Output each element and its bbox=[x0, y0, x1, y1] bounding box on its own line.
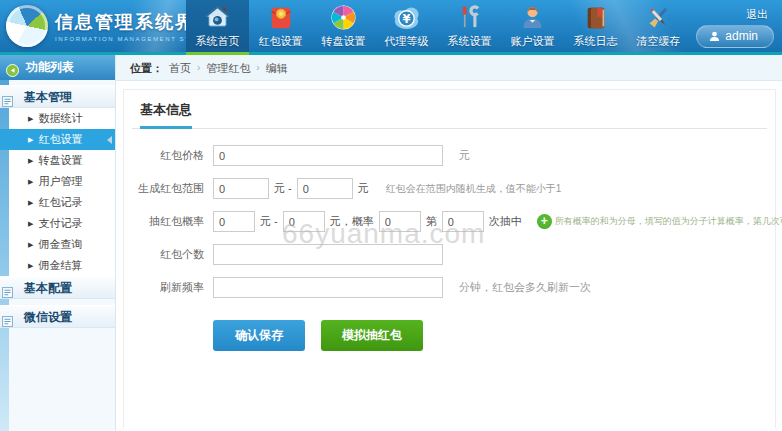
refresh-input[interactable] bbox=[213, 277, 443, 298]
breadcrumb-separator: › bbox=[256, 55, 259, 81]
sidebar-section-label: 基本配置 bbox=[24, 281, 72, 295]
range-sep2-label: 元 bbox=[358, 181, 369, 196]
nav-label: 清空缓存 bbox=[637, 34, 681, 49]
sidebar-item-user-management[interactable]: ▶用户管理 bbox=[9, 171, 115, 192]
logo-swirl-icon bbox=[6, 5, 48, 47]
probability-hint: 所有概率的和为分母，填写的值为分子计算概率，第几次可以不填 bbox=[555, 215, 782, 228]
price-label: 红包价格 bbox=[132, 148, 204, 163]
breadcrumb-home[interactable]: 首页 bbox=[169, 55, 191, 81]
form-row-refresh: 刷新频率 分钟，红包会多久刷新一次 bbox=[132, 277, 767, 298]
nav-item-agent-level[interactable]: ¥ 代理等级 bbox=[375, 0, 438, 55]
triangle-bullet-icon: ▶ bbox=[28, 241, 33, 248]
account-icon bbox=[519, 2, 546, 31]
nav-item-clear-cache[interactable]: 清空缓存 bbox=[627, 0, 690, 55]
sidebar-item-commission-query[interactable]: ▶佣金查询 bbox=[9, 234, 115, 255]
probability-sep2-label: 元，概率 bbox=[330, 214, 374, 229]
range-hint: 红包会在范围内随机生成，值不能小于1 bbox=[386, 182, 562, 196]
sidebar-item-label: 用户管理 bbox=[38, 175, 82, 187]
form-row-count: 红包个数 bbox=[132, 244, 767, 265]
breadcrumb-edit: 编辑 bbox=[266, 55, 288, 81]
breadcrumb: 位置： 首页 › 管理红包 › 编辑 bbox=[116, 55, 782, 81]
clear-cache-icon bbox=[645, 2, 672, 31]
nav-item-home[interactable]: 系统首页 bbox=[186, 0, 249, 55]
probability-min-input[interactable] bbox=[213, 211, 255, 232]
section-header: 基本信息 bbox=[132, 100, 767, 129]
probability-value-input[interactable] bbox=[379, 211, 421, 232]
logout-button[interactable]: 退出 bbox=[746, 7, 768, 22]
list-icon bbox=[2, 312, 13, 335]
breadcrumb-manage-redpacket[interactable]: 管理红包 bbox=[206, 55, 250, 81]
nav-label: 红包设置 bbox=[259, 34, 303, 49]
sidebar-item-payment-records[interactable]: ▶支付记录 bbox=[9, 213, 115, 234]
nav-item-account-settings[interactable]: 账户设置 bbox=[501, 0, 564, 55]
sidebar-item-label: 数据统计 bbox=[38, 112, 82, 124]
triangle-bullet-icon: ▶ bbox=[28, 136, 33, 143]
svg-text:¥: ¥ bbox=[402, 12, 410, 26]
form-actions: 确认保存 模拟抽红包 bbox=[213, 320, 767, 351]
sidebar-item-redpacket-settings[interactable]: ▶红包设置 bbox=[0, 129, 115, 150]
triangle-bullet-icon: ▶ bbox=[28, 157, 33, 164]
app-header: 信息管理系统界面 INFORMATION MANAGEMENT SYSTEM G… bbox=[0, 0, 782, 55]
form-row-probability: 抽红包概率 元 - 元，概率 第 次抽中 + 所有概率的和为分母，填写的值为分子… bbox=[132, 211, 767, 232]
price-input[interactable] bbox=[213, 145, 443, 166]
sidebar-item-commission-settlement[interactable]: ▶佣金结算 bbox=[9, 255, 115, 276]
probability-sep3-label: 第 bbox=[426, 214, 437, 229]
list-icon bbox=[2, 283, 13, 306]
simulate-draw-button[interactable]: 模拟抽红包 bbox=[321, 320, 423, 351]
nav-label: 系统首页 bbox=[196, 34, 240, 49]
save-button[interactable]: 确认保存 bbox=[213, 320, 305, 351]
triangle-bullet-icon: ▶ bbox=[28, 220, 33, 227]
count-input[interactable] bbox=[213, 244, 443, 265]
nav-item-wheel-settings[interactable]: 转盘设置 bbox=[312, 0, 375, 55]
triangle-bullet-icon: ▶ bbox=[28, 262, 33, 269]
redpacket-form: 红包价格 元 生成红包范围 元 - 元 红包会在范围内随机生成，值不能小于1 抽… bbox=[132, 145, 767, 351]
nav-item-system-log[interactable]: 系统日志 bbox=[564, 0, 627, 55]
sidebar-item-list: ▶数据统计 ▶红包设置 ▶转盘设置 ▶用户管理 ▶红包记录 ▶支付记录 ▶佣金查… bbox=[9, 108, 115, 276]
sidebar-item-wheel-settings[interactable]: ▶转盘设置 bbox=[9, 150, 115, 171]
sidebar-section-label: 基本管理 bbox=[24, 90, 72, 104]
sidebar-title: 功能列表 bbox=[26, 60, 74, 74]
admin-user-button[interactable]: admin bbox=[696, 25, 774, 48]
sidebar-item-label: 转盘设置 bbox=[38, 154, 82, 166]
main-content: 位置： 首页 › 管理红包 › 编辑 基本信息 红包价格 元 生成红包范围 元 … bbox=[115, 55, 782, 431]
system-tools-icon bbox=[456, 2, 483, 31]
nav-item-system-settings[interactable]: 系统设置 bbox=[438, 0, 501, 55]
form-row-price: 红包价格 元 bbox=[132, 145, 767, 166]
sidebar-section-basic-management[interactable]: 基本管理 bbox=[0, 85, 115, 108]
range-min-input[interactable] bbox=[213, 178, 269, 199]
range-max-input[interactable] bbox=[297, 178, 353, 199]
sidebar-item-label: 佣金结算 bbox=[38, 259, 82, 271]
sidebar-section-wechat-settings[interactable]: 微信设置 bbox=[0, 305, 115, 328]
sidebar-item-data-stats[interactable]: ▶数据统计 bbox=[9, 108, 115, 129]
probability-times-input[interactable] bbox=[442, 211, 484, 232]
sidebar-section-basic-config[interactable]: 基本配置 bbox=[0, 276, 115, 299]
nav-item-redpacket-settings[interactable]: 红包设置 bbox=[249, 0, 312, 55]
sidebar-item-label: 红包设置 bbox=[38, 133, 82, 145]
user-icon bbox=[709, 31, 720, 42]
breadcrumb-prefix: 位置： bbox=[130, 55, 163, 81]
probability-max-input[interactable] bbox=[283, 211, 325, 232]
range-label: 生成红包范围 bbox=[132, 181, 204, 196]
sidebar-item-label: 支付记录 bbox=[38, 217, 82, 229]
probability-label: 抽红包概率 bbox=[132, 214, 204, 229]
sidebar-item-label: 红包记录 bbox=[38, 196, 82, 208]
sidebar-item-redpacket-records[interactable]: ▶红包记录 bbox=[9, 192, 115, 213]
price-unit-label: 元 bbox=[459, 148, 470, 163]
probability-sep4-label: 次抽中 bbox=[489, 214, 522, 229]
range-sep1-label: 元 - bbox=[274, 181, 292, 196]
sidebar-item-label: 佣金查询 bbox=[38, 238, 82, 250]
nav-label: 系统日志 bbox=[574, 34, 618, 49]
sidebar: 功能列表 基本管理 ▶数据统计 ▶红包设置 ▶转盘设置 ▶用户管理 ▶红包记录 … bbox=[0, 55, 115, 431]
nav-label: 代理等级 bbox=[385, 34, 429, 49]
log-book-icon bbox=[583, 2, 609, 31]
sidebar-function-list-header[interactable]: 功能列表 bbox=[0, 55, 115, 80]
form-row-range: 生成红包范围 元 - 元 红包会在范围内随机生成，值不能小于1 bbox=[132, 178, 767, 199]
agent-level-icon: ¥ bbox=[393, 2, 420, 31]
add-probability-icon[interactable]: + bbox=[537, 214, 552, 229]
user-name: admin bbox=[725, 29, 758, 43]
nav-label: 转盘设置 bbox=[322, 34, 366, 49]
sidebar-section-label: 微信设置 bbox=[24, 310, 72, 324]
red-packet-icon bbox=[268, 2, 294, 31]
probability-sep1-label: 元 - bbox=[260, 214, 278, 229]
section-title: 基本信息 bbox=[140, 101, 192, 129]
